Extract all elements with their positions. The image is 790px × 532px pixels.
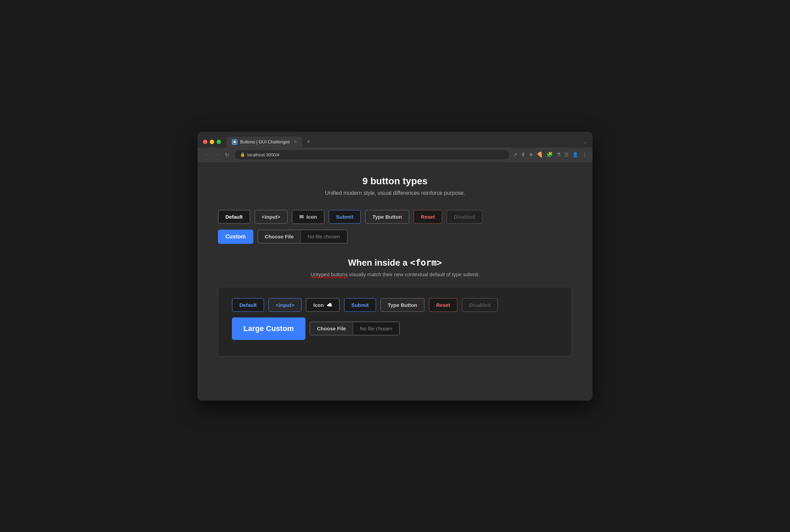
- form-disabled-button: Disabled: [462, 298, 498, 312]
- page-content: 9 button types Unified modern style, vis…: [198, 162, 592, 401]
- share-icon[interactable]: ⬆: [521, 152, 525, 158]
- browser-window: 🔲 Buttons | GUI Challenges ✕ + ⌄ ← → ↻ 🔒…: [198, 132, 592, 401]
- new-tab-button[interactable]: +: [304, 137, 313, 147]
- form-title-tag: <form>: [410, 257, 442, 268]
- title-bar: 🔲 Buttons | GUI Challenges ✕ + ⌄: [198, 132, 592, 147]
- form-submit-button[interactable]: Submit: [344, 298, 376, 312]
- file-input-wrapper: Choose File No file chosen: [257, 230, 348, 244]
- custom-button-row: Custom Choose File No file chosen: [218, 230, 572, 244]
- page-subtitle: Unified modern style, visual differences…: [218, 190, 572, 196]
- page-title: 9 button types: [218, 176, 572, 187]
- form-icon-button[interactable]: Icon ☁️: [306, 298, 340, 312]
- traffic-lights: [203, 140, 221, 144]
- form-input-button[interactable]: <input>: [268, 298, 302, 312]
- nav-buttons: ← → ↻: [203, 151, 231, 159]
- form-type-button-button[interactable]: Type Button: [380, 298, 425, 312]
- form-section-subtitle: Untyped buttons visually match their new…: [218, 271, 572, 277]
- minimize-button[interactable]: [210, 140, 214, 144]
- form-section: When inside a <form> Untyped buttons vis…: [218, 257, 572, 357]
- forward-button[interactable]: →: [213, 151, 221, 159]
- browser-chrome: 🔲 Buttons | GUI Challenges ✕ + ⌄ ← → ↻ 🔒…: [198, 132, 592, 162]
- disabled-button: Disabled: [446, 210, 483, 224]
- form-default-button[interactable]: Default: [232, 298, 264, 312]
- external-link-icon[interactable]: ↗: [513, 152, 518, 158]
- form-file-input-wrapper: Choose File No file chosen: [310, 322, 400, 335]
- form-button-row: Default <input> Icon ☁️ Submit Type Butt…: [232, 298, 558, 312]
- tab-title: Buttons | GUI Challenges: [240, 139, 290, 144]
- pizza-icon[interactable]: 🍕: [537, 152, 543, 158]
- form-no-file-chosen-label: No file chosen: [353, 322, 399, 335]
- sidebar-icon[interactable]: ☰: [564, 152, 569, 158]
- form-subtitle-part2: visually match their new contextual defa…: [348, 271, 479, 277]
- puzzle-icon[interactable]: 🧩: [547, 152, 553, 158]
- bookmark-icon[interactable]: ★: [529, 152, 533, 158]
- icon-button[interactable]: ✉ Icon: [292, 210, 325, 224]
- form-custom-row: Large Custom Choose File No file chosen: [232, 317, 558, 340]
- back-button[interactable]: ←: [203, 151, 211, 159]
- cloud-icon: ☁️: [327, 302, 332, 308]
- more-icon[interactable]: ⋮: [582, 152, 587, 158]
- default-button[interactable]: Default: [218, 210, 250, 224]
- choose-file-button[interactable]: Choose File: [258, 230, 301, 243]
- lock-icon: 🔒: [240, 152, 245, 157]
- reset-button[interactable]: Reset: [413, 210, 442, 224]
- flask-icon[interactable]: ⚗: [556, 152, 561, 158]
- form-section-title: When inside a <form>: [218, 257, 572, 268]
- tab-close-icon[interactable]: ✕: [294, 140, 297, 144]
- form-box: Default <input> Icon ☁️ Submit Type Butt…: [218, 287, 572, 357]
- email-icon: ✉: [299, 214, 304, 220]
- no-file-chosen-label: No file chosen: [301, 230, 347, 243]
- active-tab[interactable]: 🔲 Buttons | GUI Challenges ✕: [226, 137, 302, 147]
- top-button-row: Default <input> ✉ Icon Submit Type Butto…: [218, 210, 572, 224]
- form-subtitle-part1: Untyped buttons: [311, 271, 348, 277]
- toolbar-icons: ↗ ⬆ ★ 🍕 🧩 ⚗ ☰ 👤 ⋮: [513, 152, 587, 158]
- address-bar: ← → ↻ 🔒 localhost:3000/# ↗ ⬆ ★ 🍕 🧩 ⚗ ☰ 👤…: [198, 147, 592, 162]
- large-custom-button[interactable]: Large Custom: [232, 317, 305, 340]
- tab-bar: 🔲 Buttons | GUI Challenges ✕ + ⌄: [226, 137, 587, 147]
- maximize-button[interactable]: [217, 140, 221, 144]
- tab-favicon: 🔲: [232, 139, 237, 145]
- url-text: localhost:3000/#: [247, 152, 280, 157]
- type-button-button[interactable]: Type Button: [365, 210, 409, 224]
- close-button[interactable]: [203, 140, 207, 144]
- input-button[interactable]: <input>: [254, 210, 288, 224]
- submit-button[interactable]: Submit: [329, 210, 361, 224]
- form-reset-button[interactable]: Reset: [429, 298, 458, 312]
- form-title-prefix: When inside a: [348, 257, 410, 268]
- address-input[interactable]: 🔒 localhost:3000/#: [235, 150, 509, 159]
- reload-button[interactable]: ↻: [223, 151, 231, 159]
- custom-button[interactable]: Custom: [218, 230, 253, 244]
- tab-chevron-icon: ⌄: [583, 139, 587, 144]
- profile-icon[interactable]: 👤: [572, 152, 579, 158]
- form-choose-file-button[interactable]: Choose File: [310, 322, 353, 335]
